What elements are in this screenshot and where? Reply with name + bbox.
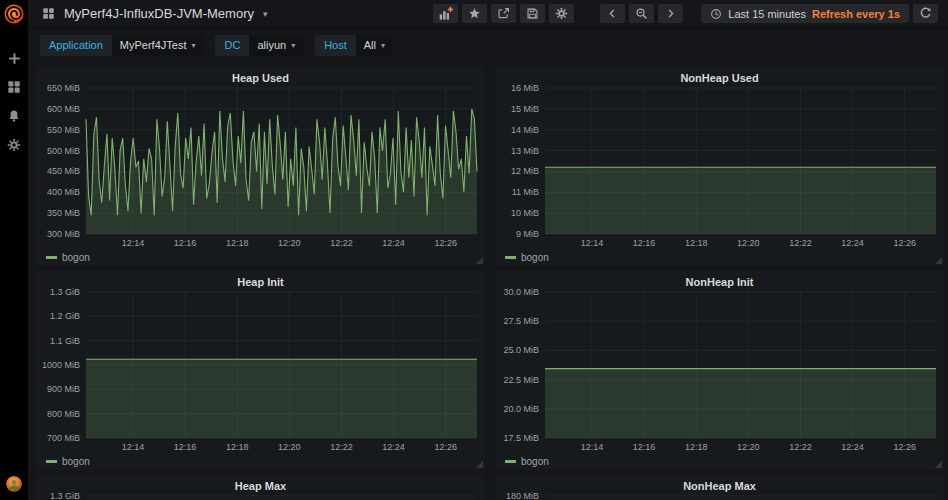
- time-picker-button[interactable]: Last 15 minutes Refresh every 1s: [701, 4, 909, 23]
- y-axis-tick-label: 900 MiB: [40, 384, 80, 394]
- panel-title[interactable]: NonHeap Max: [495, 474, 944, 496]
- time-forward-button[interactable]: [658, 4, 683, 23]
- x-axis-tick-label: 12:14: [113, 238, 153, 248]
- x-axis-tick-label: 12:20: [269, 238, 309, 248]
- time-back-button[interactable]: [600, 4, 625, 23]
- variable-value-dropdown[interactable]: MyPerf4JTest ▾: [112, 35, 204, 56]
- x-axis-tick-label: 12:22: [321, 442, 361, 452]
- panel-title[interactable]: NonHeap Used: [495, 66, 944, 88]
- x-axis-tick-label: 12:20: [269, 442, 309, 452]
- refresh-button[interactable]: [913, 4, 938, 23]
- y-axis-tick-label: 800 MiB: [40, 409, 80, 419]
- panel-resize-handle[interactable]: [476, 257, 483, 264]
- panel-title[interactable]: Heap Max: [36, 474, 485, 496]
- save-button[interactable]: [520, 4, 545, 23]
- y-axis-tick-label: 500 MiB: [40, 146, 80, 156]
- chart-plot[interactable]: 1.3 GiB: [40, 496, 481, 500]
- add-icon[interactable]: [6, 50, 22, 66]
- legend-series-label[interactable]: bogon: [521, 456, 549, 467]
- panel-nonheap-init: NonHeap Init 17.5 MiB20.0 MiB22.5 MiB25.…: [495, 270, 944, 470]
- panel-title[interactable]: Heap Used: [36, 66, 485, 88]
- panel-heap-init: Heap Init 700 MiB800 MiB900 MiB1000 MiB1…: [36, 270, 485, 470]
- x-axis-tick-label: 12:18: [676, 442, 716, 452]
- chart-svg: [499, 496, 940, 500]
- add-panel-button[interactable]: [433, 4, 458, 23]
- chart-svg: [40, 88, 481, 234]
- chevron-down-icon: ▾: [191, 35, 195, 56]
- user-avatar[interactable]: [6, 476, 22, 492]
- x-axis-tick-label: 12:26: [885, 442, 925, 452]
- y-axis-tick-label: 350 MiB: [40, 208, 80, 218]
- legend-series-label[interactable]: bogon: [62, 456, 90, 467]
- panel-title[interactable]: NonHeap Init: [495, 270, 944, 292]
- chevron-down-icon: ▾: [263, 9, 268, 19]
- grafana-logo-icon[interactable]: [0, 0, 28, 28]
- y-axis-tick-label: 30.0 MiB: [499, 287, 539, 297]
- share-button[interactable]: [491, 4, 516, 23]
- legend-series-label[interactable]: bogon: [521, 252, 549, 263]
- x-axis-tick-label: 12:24: [833, 442, 873, 452]
- x-axis-tick-label: 12:14: [572, 442, 612, 452]
- dashboards-grid-icon[interactable]: [6, 79, 22, 95]
- x-axis-tick-label: 12:22: [780, 442, 820, 452]
- clock-icon: [710, 8, 722, 20]
- variable-selected-value: MyPerf4JTest: [120, 35, 187, 56]
- y-axis-tick-label: 20.0 MiB: [499, 404, 539, 414]
- variable-label: DC: [215, 35, 249, 56]
- panel-heap-used: Heap Used 300 MiB350 MiB400 MiB450 MiB50…: [36, 66, 485, 266]
- chart-plot[interactable]: 17.5 MiB20.0 MiB22.5 MiB25.0 MiB27.5 MiB…: [499, 292, 940, 438]
- x-axis-tick-label: 12:24: [374, 442, 414, 452]
- page-title: MyPerf4J-InfluxDB-JVM-Memory: [64, 6, 254, 21]
- chart-plot[interactable]: 180 MiB: [499, 496, 940, 500]
- x-axis-tick-label: 12:26: [426, 238, 466, 248]
- panel-title[interactable]: Heap Init: [36, 270, 485, 292]
- top-navbar: MyPerf4J-InfluxDB-JVM-Memory ▾: [28, 0, 948, 28]
- variable-label: Application: [40, 35, 112, 56]
- variable-value-dropdown[interactable]: aliyun ▾: [249, 35, 303, 56]
- y-axis-tick-label: 12 MiB: [499, 166, 539, 176]
- legend-series-color: [505, 256, 516, 259]
- settings-gear-icon[interactable]: [6, 137, 22, 153]
- panel-resize-handle[interactable]: [476, 461, 483, 468]
- panel-nonheap-max: NonHeap Max 180 MiB bogon: [495, 474, 944, 500]
- y-axis-tick-label: 600 MiB: [40, 104, 80, 114]
- chart-svg: [499, 88, 940, 234]
- chart-plot[interactable]: 300 MiB350 MiB400 MiB450 MiB500 MiB550 M…: [40, 88, 481, 234]
- panel-nonheap-used: NonHeap Used 9 MiB10 MiB11 MiB12 MiB13 M…: [495, 66, 944, 266]
- x-axis-tick-label: 12:14: [572, 238, 612, 248]
- y-axis-tick-label: 11 MiB: [499, 187, 539, 197]
- panel-settings-gear-button[interactable]: [549, 4, 574, 23]
- star-button[interactable]: [462, 4, 487, 23]
- y-axis-tick-label: 15 MiB: [499, 104, 539, 114]
- y-axis-tick-label: 180 MiB: [499, 491, 539, 500]
- y-axis-tick-label: 700 MiB: [40, 433, 80, 443]
- panel-heap-max: Heap Max 1.3 GiB bogon: [36, 474, 485, 500]
- panel-resize-handle[interactable]: [935, 257, 942, 264]
- alert-bell-icon[interactable]: [6, 108, 22, 124]
- y-axis-tick-label: 1.3 GiB: [40, 491, 80, 500]
- legend: bogon: [505, 252, 549, 263]
- legend-series-label[interactable]: bogon: [62, 252, 90, 263]
- legend: bogon: [505, 456, 549, 467]
- chart-plot[interactable]: 9 MiB10 MiB11 MiB12 MiB13 MiB14 MiB15 Mi…: [499, 88, 940, 234]
- y-axis-tick-label: 13 MiB: [499, 146, 539, 156]
- y-axis-tick-label: 16 MiB: [499, 83, 539, 93]
- legend-series-color: [505, 460, 516, 463]
- dashboard-title-dropdown[interactable]: MyPerf4J-InfluxDB-JVM-Memory ▾: [42, 6, 433, 21]
- x-axis-tick-label: 12:20: [728, 238, 768, 248]
- x-axis-tick-label: 12:16: [624, 442, 664, 452]
- x-axis-tick-label: 12:18: [676, 238, 716, 248]
- variables-row: Application MyPerf4JTest ▾ DC aliyun ▾ H…: [28, 28, 948, 62]
- chart-plot[interactable]: 700 MiB800 MiB900 MiB1000 MiB1.1 GiB1.2 …: [40, 292, 481, 438]
- panel-resize-handle[interactable]: [935, 461, 942, 468]
- x-axis-tick-label: 12:16: [165, 442, 205, 452]
- variable-value-dropdown[interactable]: All ▾: [356, 35, 393, 56]
- y-axis-tick-label: 400 MiB: [40, 187, 80, 197]
- left-sidebar: [0, 0, 28, 500]
- x-axis-tick-label: 12:18: [217, 238, 257, 248]
- x-axis-tick-label: 12:20: [728, 442, 768, 452]
- chevron-down-icon: ▾: [291, 35, 295, 56]
- zoom-out-button[interactable]: [629, 4, 654, 23]
- y-axis-tick-label: 1.2 GiB: [40, 311, 80, 321]
- x-axis-tick-label: 12:18: [217, 442, 257, 452]
